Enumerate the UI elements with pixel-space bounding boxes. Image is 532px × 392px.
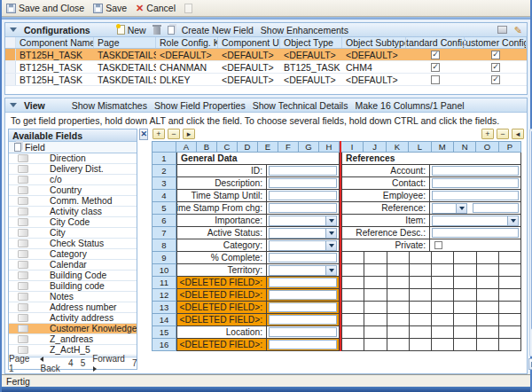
empty-grid-cell[interactable] xyxy=(454,314,476,325)
dropdown-arrow-icon[interactable] xyxy=(325,266,336,275)
empty-grid-cell[interactable] xyxy=(454,264,476,276)
row-number-cell[interactable]: 9 xyxy=(152,252,176,264)
dropdown-arrow-icon[interactable] xyxy=(456,204,466,213)
field-text-input[interactable] xyxy=(269,340,337,349)
field-label[interactable]: Territory: xyxy=(177,264,267,276)
drag-handle[interactable] xyxy=(18,271,28,279)
empty-grid-cell[interactable] xyxy=(410,302,432,313)
field-text-input[interactable] xyxy=(269,302,337,312)
empty-grid-cell[interactable] xyxy=(477,289,499,301)
dropdown-arrow-icon[interactable] xyxy=(507,216,518,225)
available-field-item[interactable]: Comm. Method xyxy=(9,196,137,207)
available-field-item[interactable]: Direction xyxy=(9,153,137,164)
grid-personalize-button[interactable] xyxy=(528,358,532,370)
config-table-row[interactable]: BT125H_TASKTASKDETAILSCHANMAN<DEFAULT>BT… xyxy=(5,61,527,74)
empty-grid-cell[interactable] xyxy=(387,314,410,325)
field-dropdown[interactable] xyxy=(269,240,337,251)
field-label[interactable]: Location: xyxy=(177,326,267,338)
empty-grid-cell[interactable] xyxy=(342,339,364,350)
field-label[interactable]: <DELETED FIELD>: xyxy=(177,277,267,288)
empty-grid-cell[interactable] xyxy=(477,302,499,313)
drag-handle[interactable] xyxy=(18,229,28,237)
empty-grid-cell[interactable] xyxy=(432,339,454,350)
edit-pencil-icon[interactable]: ✎ xyxy=(514,26,522,35)
empty-grid-cell[interactable] xyxy=(364,277,387,288)
collapse-right-panel-button[interactable]: − xyxy=(497,129,509,139)
field-label[interactable]: Reference: xyxy=(342,202,430,214)
cancel-button[interactable]: ✕ Cancel xyxy=(136,3,176,13)
page-5-link[interactable]: 5 xyxy=(81,358,86,368)
available-field-item[interactable]: Country xyxy=(9,185,137,196)
collapse-left-panel-button[interactable]: − xyxy=(168,129,180,139)
scroll-right-button[interactable]: ▸ xyxy=(183,129,195,139)
field-label[interactable]: Reference Desc.: xyxy=(342,227,430,239)
field-label[interactable]: Time Stamp Until: xyxy=(177,190,267,201)
show-technical-details-button[interactable]: Show Technical Details xyxy=(253,100,348,111)
empty-grid-cell[interactable] xyxy=(410,326,432,338)
empty-grid-cell[interactable] xyxy=(387,302,410,313)
field-label[interactable]: Private: xyxy=(342,239,430,251)
empty-grid-cell[interactable] xyxy=(499,264,520,276)
drag-handle[interactable] xyxy=(18,239,28,247)
back-page-button[interactable]: Back xyxy=(40,354,61,373)
row-number-cell[interactable]: 2 xyxy=(152,165,176,177)
save-and-close-button[interactable]: Save and Close xyxy=(6,3,84,13)
available-field-item[interactable]: Calendar xyxy=(9,260,137,270)
drag-handle[interactable] xyxy=(18,282,28,290)
drag-handle[interactable] xyxy=(18,293,28,301)
row-number-cell[interactable]: 15 xyxy=(152,326,176,339)
row-select-cell[interactable] xyxy=(5,61,16,73)
field-text-input[interactable] xyxy=(269,166,337,176)
empty-grid-cell[interactable] xyxy=(454,277,476,288)
empty-grid-cell[interactable] xyxy=(432,277,454,288)
empty-grid-cell[interactable] xyxy=(432,289,454,301)
copy-icon[interactable] xyxy=(168,26,175,35)
empty-grid-cell[interactable] xyxy=(410,314,432,325)
empty-grid-cell[interactable] xyxy=(387,264,410,276)
drag-handle[interactable] xyxy=(18,197,28,205)
page-4-link[interactable]: 4 xyxy=(68,358,74,368)
customer-config-checkbox[interactable]: ✓ xyxy=(491,63,500,72)
field-label[interactable]: % Complete: xyxy=(177,252,267,263)
empty-grid-cell[interactable] xyxy=(477,314,499,325)
customer-config-checkbox[interactable]: ✓ xyxy=(491,75,500,84)
field-dropdown[interactable] xyxy=(269,228,337,239)
field-text-input[interactable] xyxy=(269,290,337,300)
empty-grid-cell[interactable] xyxy=(364,289,387,301)
available-field-item[interactable]: Activity address xyxy=(9,313,137,324)
empty-grid-cell[interactable] xyxy=(364,302,387,313)
standard-config-checkbox[interactable]: ✓ xyxy=(431,51,440,59)
empty-grid-cell[interactable] xyxy=(477,326,499,338)
empty-grid-cell[interactable] xyxy=(432,314,454,325)
show-field-properties-button[interactable]: Show Field Properties xyxy=(154,100,246,111)
drag-handle[interactable] xyxy=(18,208,28,216)
expand-right-panel-button[interactable]: + xyxy=(481,129,494,139)
empty-grid-cell[interactable] xyxy=(477,277,499,288)
empty-grid-cell[interactable] xyxy=(410,277,432,288)
empty-grid-cell[interactable] xyxy=(342,302,364,313)
field-text-input[interactable] xyxy=(269,178,337,188)
drag-handle[interactable] xyxy=(18,186,28,194)
row-select-cell[interactable] xyxy=(5,74,16,85)
drag-handle[interactable] xyxy=(18,165,28,173)
drag-handle[interactable] xyxy=(18,303,28,311)
available-field-item[interactable]: City Code xyxy=(9,217,137,228)
last-page-link[interactable]: 7 xyxy=(132,358,137,368)
available-field-item[interactable]: Activity class xyxy=(9,207,137,217)
row-number-cell[interactable]: 12 xyxy=(152,289,176,302)
dropdown-arrow-icon[interactable] xyxy=(325,216,336,225)
empty-grid-cell[interactable] xyxy=(477,252,499,263)
available-field-item[interactable]: Notes xyxy=(9,292,137,302)
field-label[interactable]: ID: xyxy=(177,165,267,176)
empty-grid-cell[interactable] xyxy=(364,264,387,276)
empty-grid-cell[interactable] xyxy=(432,326,454,338)
empty-grid-cell[interactable] xyxy=(342,314,364,325)
empty-grid-cell[interactable] xyxy=(499,252,520,263)
empty-grid-cell[interactable] xyxy=(499,289,520,301)
field-label[interactable]: Description: xyxy=(177,177,267,189)
available-field-item[interactable]: Delivery Dist. xyxy=(9,164,137,175)
empty-grid-cell[interactable] xyxy=(342,252,364,263)
empty-grid-cell[interactable] xyxy=(499,302,520,313)
field-dropdown[interactable] xyxy=(269,216,337,226)
drag-handle[interactable] xyxy=(18,176,28,184)
